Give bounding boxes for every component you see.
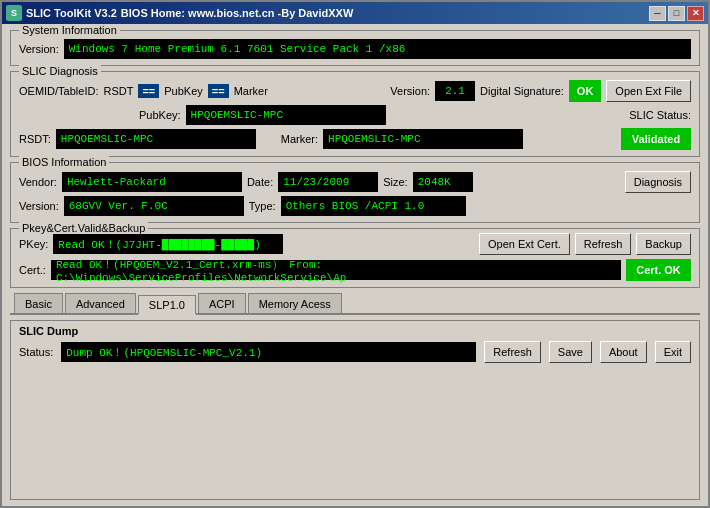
date-display: 11/23/2009 — [278, 172, 378, 192]
marker-value-display: HPQOEMSLIC-MPC — [323, 129, 523, 149]
dump-status-display: Dump OK！(HPQOEMSLIC-MPC_V2.1) — [61, 342, 476, 362]
bios-info-title: BIOS Information — [19, 156, 109, 168]
system-version-display: Windows 7 Home Premium 6.1 7601 Service … — [64, 39, 691, 59]
marker-label: Marker — [234, 85, 268, 97]
slic-version-display: 2.1 — [435, 81, 475, 101]
minimize-button[interactable]: ─ — [649, 6, 666, 21]
size-display: 2048K — [413, 172, 473, 192]
tab-basic[interactable]: Basic — [14, 293, 63, 313]
rsdt-label: RSDT — [103, 85, 133, 97]
version-label: Version: — [19, 43, 59, 55]
slic-dump-title: SLIC Dump — [19, 325, 78, 337]
pkey-label: PKey: — [19, 238, 48, 250]
cert-label: Cert.: — [19, 264, 46, 276]
maximize-button[interactable]: □ — [668, 6, 685, 21]
type-label: Type: — [249, 200, 276, 212]
title-text: SLIC ToolKit V3.2 — [26, 7, 117, 19]
oemid-label: OEMID/TableID: — [19, 85, 98, 97]
diagnosis-button[interactable]: Diagnosis — [625, 171, 691, 193]
title-bar: S SLIC ToolKit V3.2 BIOS Home: www.bios.… — [2, 2, 708, 24]
digsig-label: Digital Signature: — [480, 85, 564, 97]
version-label2: Version: — [390, 85, 430, 97]
dump-status-label: Status: — [19, 346, 53, 358]
rsdt-label2: RSDT: — [19, 133, 51, 145]
title-buttons: ─ □ ✕ — [649, 6, 704, 21]
pkey-cert-group: Pkey&Cert.Valid&Backup PKey: Read OK！(J7… — [10, 228, 700, 288]
system-info-title: System Information — [19, 24, 120, 36]
tab-acpi[interactable]: ACPI — [198, 293, 246, 313]
pkey-refresh-button[interactable]: Refresh — [575, 233, 632, 255]
pubkey-label: PubKey — [164, 85, 203, 97]
save-button[interactable]: Save — [549, 341, 592, 363]
main-window: S SLIC ToolKit V3.2 BIOS Home: www.bios.… — [0, 0, 710, 508]
pubkey-value-display: HPQOEMSLIC-MPC — [186, 105, 386, 125]
pubkey-label2: PubKey: — [139, 109, 181, 121]
slic-dump-group: SLIC Dump Status: Dump OK！(HPQOEMSLIC-MP… — [10, 320, 700, 500]
eq1-badge: == — [138, 84, 159, 98]
tab-memory-access[interactable]: Memory Acess — [248, 293, 342, 313]
tab-slp10[interactable]: SLP1.0 — [138, 295, 196, 315]
open-ext-cert-button[interactable]: Open Ext Cert. — [479, 233, 570, 255]
tabs-bar: Basic Advanced SLP1.0 ACPI Memory Acess — [10, 293, 700, 315]
open-ext-file-button[interactable]: Open Ext File — [606, 80, 691, 102]
bios-info-group: BIOS Information Vendor: Hewlett-Packard… — [10, 162, 700, 223]
size-label: Size: — [383, 176, 407, 188]
slic-diagnosis-title: SLIC Diagnosis — [19, 65, 101, 77]
exit-button[interactable]: Exit — [655, 341, 691, 363]
date-label: Date: — [247, 176, 273, 188]
cert-display: Read OK！(HPQOEM_V2.1_Cert.xrm-ms） From: … — [51, 260, 621, 280]
bios-version-display: 68GVV Ver. F.0C — [64, 196, 244, 216]
type-display: Others BIOS /ACPI 1.0 — [281, 196, 466, 216]
validated-badge: Validated — [621, 128, 691, 150]
close-button[interactable]: ✕ — [687, 6, 704, 21]
title-subtitle: BIOS Home: www.bios.net.cn -By DavidXXW — [121, 7, 353, 19]
rsdt-value-display: HPQOEMSLIC-MPC — [56, 129, 256, 149]
marker-label2: Marker: — [281, 133, 318, 145]
eq2-badge: == — [208, 84, 229, 98]
vendor-display: Hewlett-Packard — [62, 172, 242, 192]
system-info-group: System Information Version: Windows 7 Ho… — [10, 30, 700, 66]
digsig-ok-badge: OK — [569, 80, 602, 102]
about-button[interactable]: About — [600, 341, 647, 363]
slic-status-label: SLIC Status: — [629, 109, 691, 121]
cert-ok-badge: Cert. OK — [626, 259, 691, 281]
bios-version-label: Version: — [19, 200, 59, 212]
main-content: System Information Version: Windows 7 Ho… — [2, 24, 708, 506]
dump-refresh-button[interactable]: Refresh — [484, 341, 541, 363]
pkey-display: Read OK！(J7JHT-████████-█████) — [53, 234, 283, 254]
app-icon: S — [6, 5, 22, 21]
pkey-cert-title: Pkey&Cert.Valid&Backup — [19, 222, 148, 234]
title-bar-text: S SLIC ToolKit V3.2 BIOS Home: www.bios.… — [6, 5, 353, 21]
backup-button[interactable]: Backup — [636, 233, 691, 255]
slic-diagnosis-group: SLIC Diagnosis OEMID/TableID: RSDT == Pu… — [10, 71, 700, 157]
vendor-label: Vendor: — [19, 176, 57, 188]
tab-advanced[interactable]: Advanced — [65, 293, 136, 313]
